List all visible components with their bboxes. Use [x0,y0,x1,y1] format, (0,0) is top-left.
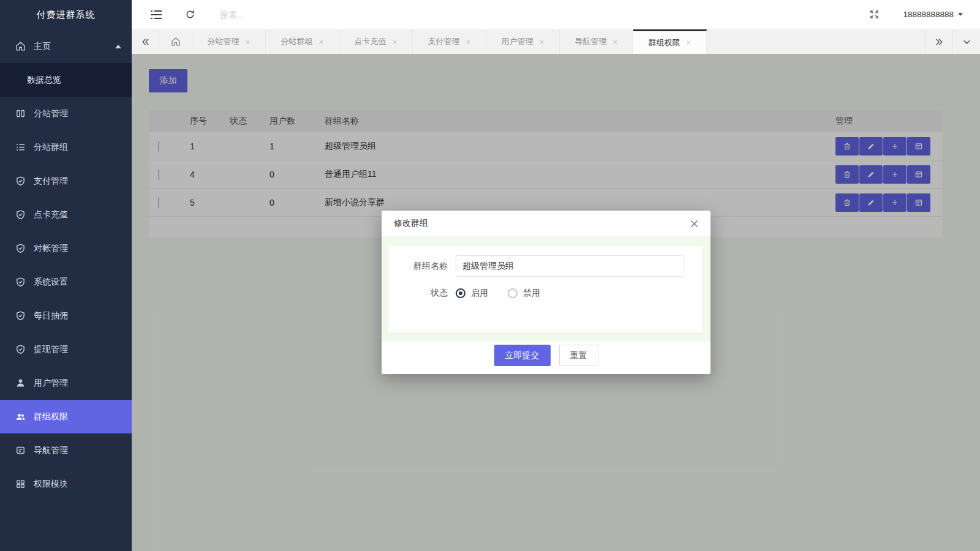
modal-footer: 立即提交 重置 [382,342,710,374]
nav-icon [15,445,26,455]
shield-check-icon [15,176,26,186]
tab-group-permissions[interactable]: 群组权限 [633,29,707,54]
radio-disabled-label: 禁用 [523,288,540,299]
sidebar-item-label: 数据总览 [27,75,61,86]
tab-label: 分站群组 [281,36,313,47]
tabs-scroll-left-button[interactable] [132,29,159,54]
sidebar-item-user-mgmt[interactable]: 用户管理 [0,366,132,400]
sidebar-item-group-permissions[interactable]: 群组权限 [0,400,132,433]
sidebar-item-label: 用户管理 [34,378,68,389]
sidebar-item-label: 群组权限 [34,411,68,422]
close-icon[interactable] [690,220,698,228]
sidebar-item-label: 系统设置 [34,277,68,288]
form-panel: 群组名称 状态 启用 禁用 [388,245,703,334]
tab-label: 导航管理 [575,36,607,47]
sidebar-item-label: 分站管理 [34,108,68,119]
sidebar-item-label: 主页 [34,41,51,52]
sidebar-item-home[interactable]: 主页 [0,29,132,63]
sidebar-item-label: 权限模块 [34,479,68,490]
shield-check-icon [15,209,26,220]
sidebar-item-label: 点卡充值 [34,209,68,220]
search-input[interactable] [220,10,355,20]
sidebar-item-reconciliation[interactable]: 对帐管理 [0,231,132,265]
grid-icon [15,479,26,489]
tab-substation-groups[interactable]: 分站群组 [266,29,339,54]
reset-button[interactable]: 重置 [559,345,598,366]
home-icon [15,41,26,51]
content-area: 添加 序号 状态 用户数 群组名称 管理 1 1 超级管理员组 [132,54,980,551]
group-name-field[interactable] [456,255,684,277]
close-icon[interactable] [466,39,471,45]
tabs-scroll-right-button[interactable] [925,29,952,54]
tab-card-recharge[interactable]: 点卡充值 [339,29,413,54]
sidebar-item-data-overview[interactable]: 数据总览 [0,63,132,97]
sidebar-item-label: 提现管理 [34,344,68,355]
menu-toggle-icon[interactable] [150,10,162,20]
modal-body: 群组名称 状态 启用 禁用 [382,237,710,342]
tab-substation-mgmt[interactable]: 分站管理 [192,29,266,54]
radio-selected-icon [456,288,466,298]
sidebar-item-substation-groups[interactable]: 分站群组 [0,130,132,164]
sidebar-item-permission-module[interactable]: 权限模块 [0,467,132,501]
sidebar-item-daily-commission[interactable]: 每日抽佣 [0,299,132,332]
tab-label: 群组权限 [649,37,680,48]
refresh-icon[interactable] [185,9,195,20]
sidebar-item-substation-mgmt[interactable]: 分站管理 [0,97,132,130]
radio-enabled-label: 启用 [471,288,488,299]
tab-payment-mgmt[interactable]: 支付管理 [413,29,486,54]
shield-check-icon [15,243,26,253]
topbar-right: 18888888888 [869,9,980,20]
tab-home[interactable] [159,29,192,54]
sidebar: 付费进群系统 主页 数据总览 分站管理 分站群组 支付管理 点卡充值 [0,0,132,551]
sidebar-item-system-settings[interactable]: 系统设置 [0,265,132,299]
close-icon[interactable] [612,39,618,45]
user-menu[interactable]: 18888888888 [903,10,963,19]
fullscreen-icon[interactable] [869,9,880,20]
tab-label: 点卡充值 [355,36,386,47]
radio-unselected-icon [508,288,518,298]
close-icon[interactable] [686,40,692,45]
close-icon[interactable] [539,39,545,45]
edit-group-modal: 修改群组 群组名称 状态 启用 [382,211,710,374]
sidebar-item-withdrawal-mgmt[interactable]: 提现管理 [0,332,132,366]
status-label: 状态 [388,288,456,299]
group-name-label: 群组名称 [388,261,456,272]
tab-nav-mgmt[interactable]: 导航管理 [560,29,633,54]
close-icon[interactable] [245,39,251,45]
close-icon[interactable] [392,39,398,45]
collapse-arrow-icon [115,45,121,48]
radio-disabled[interactable]: 禁用 [508,288,540,299]
app-title: 付费进群系统 [0,0,132,29]
modal-title: 修改群组 [394,218,428,229]
submit-button[interactable]: 立即提交 [494,345,551,366]
sidebar-item-label: 导航管理 [34,445,68,456]
tabbar-spacer [707,29,925,54]
sidebar-item-payment-mgmt[interactable]: 支付管理 [0,164,132,198]
sidebar-item-label: 对帐管理 [34,243,68,254]
users-icon [15,411,26,422]
shield-check-icon [15,310,26,321]
tab-label: 分站管理 [208,36,239,47]
list-icon [15,142,26,152]
radio-enabled[interactable]: 启用 [456,288,488,299]
sidebar-item-card-recharge[interactable]: 点卡充值 [0,198,132,231]
sidebar-item-nav-mgmt[interactable]: 导航管理 [0,433,132,467]
close-icon[interactable] [318,39,324,45]
modal-header: 修改群组 [382,211,710,237]
shield-check-icon [15,344,26,354]
tabbar: 分站管理 分站群组 点卡充值 支付管理 用户管理 导航管理 群组权限 [132,29,980,54]
username-text: 18888888888 [903,10,954,19]
tab-label: 用户管理 [502,36,533,47]
topbar: 18888888888 [132,0,980,29]
tab-user-mgmt[interactable]: 用户管理 [486,29,560,54]
sidebar-item-label: 支付管理 [34,176,68,187]
sidebar-item-label: 分站群组 [34,142,68,153]
shield-check-icon [15,277,26,287]
tab-label: 支付管理 [428,36,460,47]
tabs-menu-button[interactable] [952,29,980,54]
columns-icon [15,108,26,119]
sidebar-item-label: 每日抽佣 [34,310,68,321]
user-icon [15,378,26,388]
caret-down-icon [958,13,963,16]
